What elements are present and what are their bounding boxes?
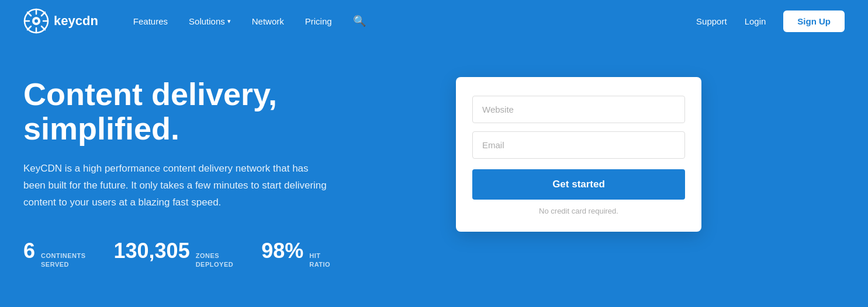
stat-continents-label: CONTINENTSSERVED [41, 252, 86, 268]
signup-form: Get started No credit card required. [456, 77, 701, 232]
nav-support[interactable]: Support [696, 16, 727, 26]
website-input[interactable] [472, 96, 685, 123]
navigation: keycdn Features Solutions ▾ Network Pric… [0, 0, 868, 42]
stat-hit-ratio-label: HITRATIO [309, 252, 330, 268]
svg-line-8 [42, 26, 45, 30]
no-credit-card-text: No credit card required. [472, 207, 685, 215]
svg-line-10 [27, 26, 31, 30]
nav-login[interactable]: Login [745, 16, 766, 26]
nav-left: Features Solutions ▾ Network Pricing 🔍 [133, 15, 696, 27]
logo-link[interactable]: keycdn [23, 8, 98, 34]
nav-network[interactable]: Network [252, 16, 284, 26]
stat-hit-ratio-number: 98% [261, 239, 303, 263]
get-started-button[interactable]: Get started [472, 169, 685, 200]
stat-continents-number: 6 [23, 239, 35, 263]
nav-right: Support Login Sign Up [696, 11, 845, 32]
nav-pricing[interactable]: Pricing [305, 16, 332, 26]
stat-zones: 130,305 ZONESDEPLOYED [114, 239, 234, 268]
signup-button[interactable]: Sign Up [783, 11, 845, 32]
solutions-chevron-icon: ▾ [227, 18, 231, 25]
search-icon[interactable]: 🔍 [353, 15, 366, 27]
svg-line-9 [42, 12, 45, 16]
email-input[interactable] [472, 131, 685, 159]
stat-zones-number: 130,305 [114, 239, 190, 263]
stats-row: 6 CONTINENTSSERVED 130,305 ZONESDEPLOYED… [23, 239, 433, 268]
svg-line-7 [27, 12, 31, 16]
hero-content: Content delivery, simplified. KeyCDN is … [23, 77, 433, 268]
hero-section: Content delivery, simplified. KeyCDN is … [0, 42, 868, 307]
nav-features[interactable]: Features [133, 16, 168, 26]
hero-title: Content delivery, simplified. [23, 77, 433, 146]
stat-hit-ratio: 98% HITRATIO [261, 239, 330, 268]
nav-solutions[interactable]: Solutions ▾ [189, 16, 231, 26]
logo-icon [23, 8, 49, 34]
stat-continents: 6 CONTINENTSSERVED [23, 239, 86, 268]
stat-zones-label: ZONESDEPLOYED [196, 252, 234, 268]
hero-description: KeyCDN is a high performance content del… [23, 161, 327, 211]
logo-text: keycdn [54, 13, 98, 29]
svg-point-2 [34, 19, 38, 23]
